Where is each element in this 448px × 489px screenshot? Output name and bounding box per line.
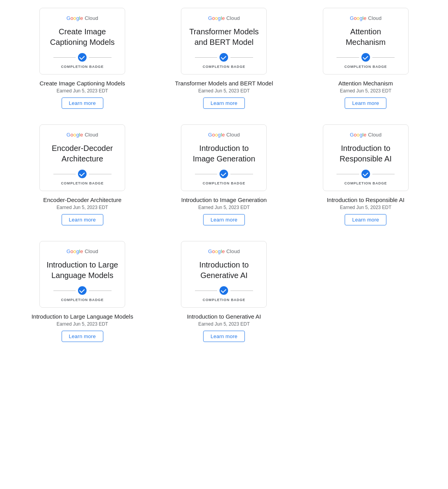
google-text: Google [350,132,367,138]
google-cloud-logo: Google Cloud [66,15,98,21]
check-icon [220,53,228,62]
earned-date: Earned Jun 5, 2023 EDT [198,321,250,327]
badge-name-text: Introduction to Generative AI [187,313,261,320]
learn-more-button[interactable]: Learn more [203,214,245,225]
completion-section: COMPLETION BADGE [329,170,402,185]
completion-section: COMPLETION BADGE [46,170,119,185]
badge-item-intro-responsible-ai: Google Cloud Introduction to Responsible… [301,124,430,225]
learn-more-button[interactable]: Learn more [62,331,103,342]
check-icon [78,53,87,62]
earned-date: Earned Jun 5, 2023 EDT [57,88,108,94]
badge-title: Create Image Captioning Models [46,27,119,48]
check-icon [361,170,370,178]
learn-more-button[interactable]: Learn more [62,214,103,225]
completion-label: COMPLETION BADGE [203,181,245,185]
completion-label: COMPLETION BADGE [344,65,387,69]
cloud-text: Cloud [85,132,98,138]
badge-name-text: Attention Mechanism [338,80,393,87]
check-icon [78,286,87,295]
badge-card-attention-mechanism: Google Cloud Attention Mechanism COMPLET… [323,8,409,74]
badge-card-intro-responsible-ai: Google Cloud Introduction to Responsible… [323,124,409,191]
badge-card-create-image-captioning: Google Cloud Create Image Captioning Mod… [39,8,125,74]
line-left [53,174,76,174]
cloud-text: Cloud [227,132,240,138]
learn-more-button[interactable]: Learn more [345,97,386,109]
learn-more-button[interactable]: Learn more [345,214,386,225]
badge-item-intro-llm: Google Cloud Introduction to Large Langu… [18,241,147,342]
line-right [230,57,253,58]
line-right [230,174,253,174]
learn-more-button[interactable]: Learn more [62,97,103,109]
completion-label: COMPLETION BADGE [203,65,245,69]
google-cloud-logo: Google Cloud [208,15,240,21]
cloud-text: Cloud [227,248,240,254]
completion-line [336,53,395,62]
google-text: Google [208,132,225,138]
completion-section: COMPLETION BADGE [188,286,260,302]
completion-line [336,170,395,178]
line-right [372,174,395,174]
google-text: Google [66,132,83,138]
google-text: Google [208,15,225,21]
earned-date: Earned Jun 5, 2023 EDT [340,88,391,94]
line-left [336,174,359,174]
learn-more-button[interactable]: Learn more [203,97,245,109]
completion-section: COMPLETION BADGE [46,286,119,302]
check-icon [220,170,228,178]
cloud-text: Cloud [85,15,98,21]
badge-title: Introduction to Responsible AI [329,143,402,164]
google-cloud-logo: Google Cloud [350,132,381,138]
earned-date: Earned Jun 5, 2023 EDT [198,205,250,210]
google-text: Google [350,15,367,21]
completion-line [195,53,253,62]
completion-line [53,286,112,295]
earned-date: Earned Jun 5, 2023 EDT [57,321,108,327]
badge-item-transformer-bert: Google Cloud Transformer Models and BERT… [159,8,289,109]
line-left [53,57,76,58]
badge-card-encoder-decoder: Google Cloud Encoder-Decoder Architectur… [39,124,125,191]
badge-name-text: Introduction to Image Generation [181,197,267,203]
badge-title: Transformer Models and BERT Model [188,27,260,48]
badge-title: Attention Mechanism [329,27,402,48]
badge-title: Introduction to Image Generation [188,143,260,164]
learn-more-button[interactable]: Learn more [203,331,245,342]
line-left [195,291,217,291]
line-right [230,291,253,291]
badge-title: Introduction to Generative AI [188,260,260,281]
google-cloud-logo: Google Cloud [66,132,98,138]
badge-item-intro-generative-ai: Google Cloud Introduction to Generative … [159,241,289,342]
badge-title: Introduction to Large Language Models [46,260,119,281]
badge-card-transformer-bert: Google Cloud Transformer Models and BERT… [181,8,267,74]
badge-title: Encoder-Decoder Architecture [46,143,119,164]
badge-card-intro-image-gen: Google Cloud Introduction to Image Gener… [181,124,267,191]
check-icon [220,286,228,295]
google-cloud-logo: Google Cloud [208,248,240,254]
line-right [372,57,395,58]
google-cloud-logo: Google Cloud [66,248,98,254]
badge-grid: Google Cloud Create Image Captioning Mod… [18,8,431,342]
completion-line [195,286,253,295]
completion-label: COMPLETION BADGE [203,298,245,302]
earned-date: Earned Jun 5, 2023 EDT [340,205,391,210]
completion-section: COMPLETION BADGE [329,53,402,69]
completion-line [53,53,112,62]
badge-name-text: Encoder-Decoder Architecture [43,197,122,203]
badge-card-intro-generative-ai: Google Cloud Introduction to Generative … [181,241,267,308]
line-right [89,291,111,291]
check-icon [361,53,370,62]
google-text: Google [66,15,83,21]
cloud-text: Cloud [368,15,382,21]
line-right [89,57,111,58]
completion-section: COMPLETION BADGE [188,53,260,69]
completion-label: COMPLETION BADGE [61,65,103,69]
google-cloud-logo: Google Cloud [350,15,381,21]
badge-name-text: Introduction to Responsible AI [327,197,404,203]
completion-line [195,170,253,178]
badge-name-text: Transformer Models and BERT Model [175,80,273,87]
badge-item-attention-mechanism: Google Cloud Attention Mechanism COMPLET… [301,8,430,109]
google-cloud-logo: Google Cloud [208,132,240,138]
line-left [336,57,359,58]
line-left [53,291,76,291]
badge-item-intro-image-gen: Google Cloud Introduction to Image Gener… [159,124,289,225]
completion-label: COMPLETION BADGE [61,181,103,185]
